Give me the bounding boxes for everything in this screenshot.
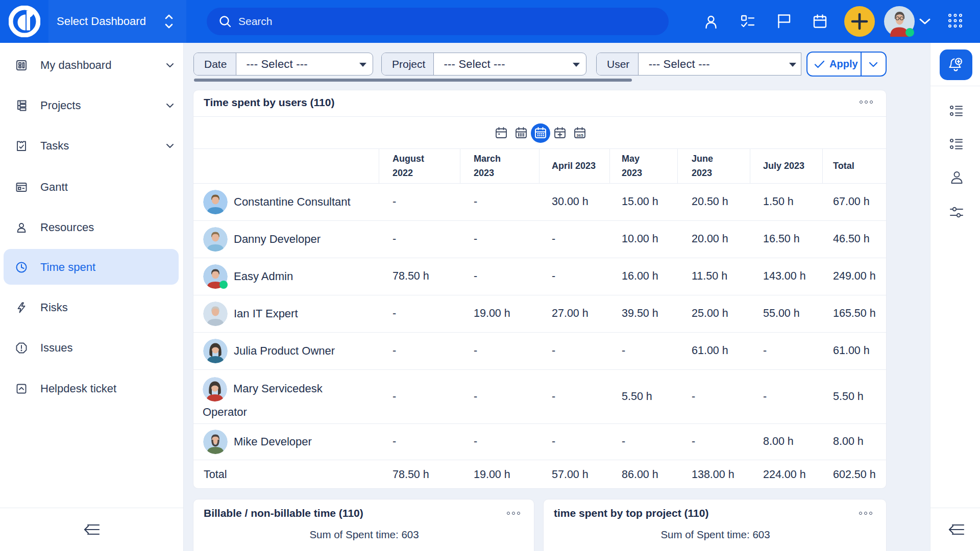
svg-text:365: 365 <box>576 133 583 138</box>
